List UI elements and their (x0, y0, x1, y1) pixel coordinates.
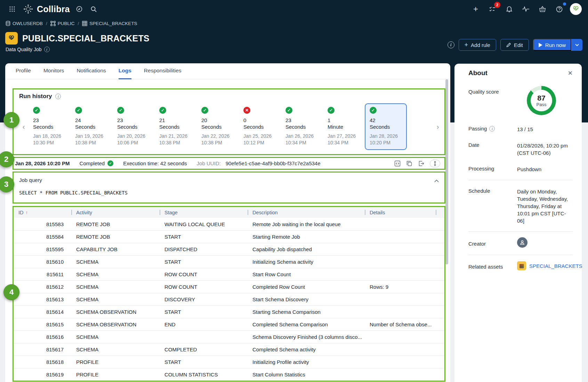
passing-info-icon[interactable]: i (489, 126, 495, 132)
table-row[interactable]: 815583 REMOTE JOB WAITING LOCAL QUEUE Re… (14, 218, 444, 230)
cell-description: Schema Discovery Finished (3 columns dis… (248, 334, 365, 340)
plus-icon[interactable]: + (470, 3, 482, 15)
search-icon[interactable] (88, 3, 100, 15)
run-status-icon: ✓ (370, 107, 377, 114)
run-history-prev-icon[interactable]: ‹ (19, 123, 28, 131)
breadcrumb-item-table[interactable]: SPECIAL_BRACKETS (82, 21, 137, 26)
table-row[interactable]: 815618 PROFILE START Initializing Profil… (14, 356, 444, 368)
export-icon[interactable] (418, 160, 424, 167)
run-history-item[interactable]: ✓ 1 Minute Jan 27, 2026 10:34 PM (323, 103, 365, 150)
table-row[interactable]: 815614 SCHEMA OBSERVATION START Starting… (14, 305, 444, 318)
run-status-icon: ✓ (117, 107, 124, 114)
run-date: Jan 28, 2026 10:20 PM (370, 133, 402, 146)
chevron-down-icon (575, 44, 579, 46)
processing-label: Processing (468, 166, 517, 173)
column-header-activity[interactable]: Activity (71, 207, 160, 218)
creator-avatar[interactable] (517, 237, 527, 248)
table-row[interactable]: 815611 SCHEMA ROW COUNT Start Row Count (14, 268, 444, 280)
run-duration: 23 Seconds (117, 117, 150, 130)
tab[interactable]: Profile (16, 63, 31, 79)
table-row[interactable]: 815584 REMOTE JOB START Starting Remote … (14, 230, 444, 243)
activity-icon[interactable] (520, 3, 532, 15)
cell-stage: START (160, 234, 248, 240)
run-duration: 21 Seconds (159, 117, 192, 130)
column-header-details[interactable]: Details (365, 207, 436, 218)
run-status-icon: ✓ (201, 107, 208, 114)
column-header-id[interactable]: ID ↑ (14, 207, 71, 218)
table-asset-icon: ▦ (517, 261, 526, 270)
tasks-icon[interactable]: 2 (486, 3, 498, 15)
date-value: 01/28/2026, 10:20 pm (CST UTC-06) (517, 142, 573, 157)
breadcrumb-item-schema[interactable]: PUBLIC (50, 21, 75, 26)
date-label: Date (468, 142, 517, 157)
run-history-item[interactable]: ✓ 23 Seconds Jan 18, 2026 10:30 PM (28, 103, 70, 150)
collibra-logo[interactable]: Collibra (23, 4, 70, 14)
run-history-item[interactable]: ✓ 20 Seconds Jan 22, 2026 10:38 PM (196, 103, 239, 150)
tab[interactable]: Logs (119, 63, 131, 79)
table-row[interactable]: 815613 SCHEMA DISCOVERY Start Schema Dis… (14, 293, 444, 305)
job-query-title: Job query (19, 177, 439, 183)
database-icon (6, 21, 10, 26)
passing-label: Passing (468, 126, 487, 132)
cell-description: Completed Schema activity (248, 347, 365, 352)
subtitle-info-icon[interactable]: i (44, 47, 50, 52)
table-row[interactable]: 815615 SCHEMA OBSERVATION END Completed … (14, 318, 444, 331)
bell-icon[interactable] (503, 3, 515, 15)
task-count-badge: 2 (494, 2, 500, 8)
actions-info-icon[interactable]: i (448, 41, 454, 48)
run-history-item[interactable]: ✓ 23 Seconds Jan 26, 2026 10:34 PM (281, 103, 323, 150)
table-row[interactable]: 815610 SCHEMA START Initializing Schema … (14, 255, 444, 268)
basket-icon[interactable] (537, 3, 548, 15)
apps-grid-icon[interactable] (6, 3, 18, 15)
run-history-item[interactable]: ✓ 21 Seconds Jan 21, 2026 10:38 PM (154, 103, 196, 150)
cell-stage: WAITING LOCAL QUEUE (160, 221, 248, 227)
cell-description: Start Schema Discovery (248, 296, 365, 302)
run-history-item[interactable]: ✕ 0 Seconds Jan 25, 2026 10:12 PM (239, 103, 281, 150)
column-header-description[interactable]: Description (248, 207, 365, 218)
compass-icon[interactable] (73, 3, 85, 15)
quality-score-value: 87 (537, 94, 545, 102)
avatar[interactable] (570, 3, 582, 15)
cell-details: Number of Schema obse... (365, 321, 436, 327)
related-asset-link[interactable]: SPECIAL_BRACKETS (529, 263, 582, 269)
tab[interactable]: Monitors (43, 63, 64, 79)
breadcrumb-item-database[interactable]: OWLUSERDB (6, 21, 43, 26)
add-rule-button[interactable]: + Add rule (459, 39, 496, 51)
table-row[interactable]: 815617 SCHEMA COMPLETED Completed Schema… (14, 343, 444, 356)
vertical-scrollbar[interactable] (445, 79, 448, 264)
run-history-section: Run history i ‹ ✓ 23 Seconds (13, 88, 445, 155)
brand-name: Collibra (37, 4, 70, 14)
cell-stage: COLUMN STATISTICS (160, 372, 248, 377)
run-date: Jan 27, 2026 10:34 PM (328, 133, 360, 146)
run-status-bar: Jan 28, 2026 10:20 PM Completed ✓ Execut… (13, 157, 445, 170)
collapse-chevron-icon[interactable] (434, 177, 439, 184)
run-now-dropdown-caret[interactable] (571, 39, 582, 51)
tab[interactable]: Responsibilities (144, 63, 182, 79)
help-icon[interactable] (553, 3, 565, 15)
table-row[interactable]: 815612 SCHEMA ROW COUNT Completed Row Co… (14, 280, 444, 293)
table-row[interactable]: 815595 CAPABILITY JOB DISPATCHED Capabil… (14, 243, 444, 255)
run-history-item[interactable]: ✓ 23 Seconds Jan 20, 2026 10:06 PM (112, 103, 154, 150)
edit-button[interactable]: Edit (500, 39, 529, 51)
expand-rows-icon[interactable] (430, 160, 440, 167)
cell-id: 815610 (14, 259, 71, 265)
table-row[interactable]: 815619 PROFILE COLUMN STATISTICS Start C… (14, 368, 444, 381)
annotation-circle-4: 4 (3, 284, 19, 300)
table-row[interactable]: 815616 SCHEMA Schema Discovery Finished … (14, 331, 444, 343)
cell-description: Starting Remote Job (248, 234, 365, 240)
quality-score-caption: Pass (537, 102, 547, 107)
cell-id: 815612 (14, 284, 71, 290)
run-history-item[interactable]: ✓ 42 Seconds Jan 28, 2026 10:20 PM (365, 103, 407, 150)
close-icon[interactable]: ✕ (568, 70, 573, 77)
tab[interactable]: Notifications (76, 63, 106, 79)
run-history-next-icon[interactable]: › (433, 123, 442, 131)
cell-activity: CAPABILITY JOB (71, 246, 160, 252)
run-history-info-icon[interactable]: i (55, 94, 61, 99)
column-header-stage[interactable]: Stage (160, 207, 248, 218)
run-now-button[interactable]: Run now (533, 39, 571, 51)
view-code-icon[interactable] (394, 160, 401, 167)
copy-icon[interactable] (406, 160, 412, 167)
run-duration: 1 Minute (328, 117, 360, 130)
run-history-item[interactable]: ✓ 24 Seconds Jan 19, 2026 10:38 PM (70, 103, 112, 150)
job-query-section: Job query SELECT * FROM PUBLIC.SPECIAL_B… (13, 172, 445, 204)
